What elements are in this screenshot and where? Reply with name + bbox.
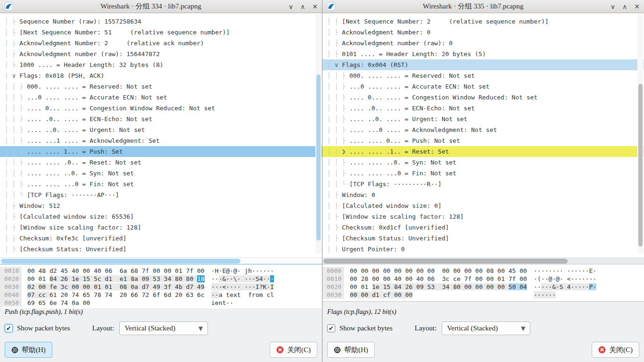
show-packet-bytes-label: Show packet bytes bbox=[339, 324, 392, 332]
minimize-icon[interactable]: ∨ bbox=[611, 3, 615, 10]
hex-row[interactable]: 005069 65 6e 74 0a 00ient·· bbox=[0, 299, 322, 307]
tree-row[interactable]: │ │ ├ .... ..0. .... = Urgent: Not set bbox=[0, 124, 322, 135]
tree-row[interactable]: │ ├ [Next Sequence Number: 2 (relative s… bbox=[322, 16, 644, 27]
close-circle-icon bbox=[598, 346, 606, 354]
hex-row[interactable]: 003000 00 d1 cf 00 00······ bbox=[322, 291, 644, 299]
tree-row[interactable]: │ │ ├ .... .... 1... = Push: Set bbox=[0, 146, 322, 157]
scrollbar-thumb[interactable] bbox=[316, 74, 321, 240]
tree-row[interactable]: │ ∨ Flags: 0x018 (PSH, ACK) bbox=[0, 70, 322, 81]
tree-row[interactable]: │ │ ├ 000. .... .... = Reserved: Not set bbox=[322, 70, 644, 81]
packet-detail-tree[interactable]: │ ├ Sequence Number (raw): 1557258634│ ├… bbox=[0, 13, 322, 257]
tree-row[interactable]: │ │ ├ .... .0.. .... = ECN-Echo: Not set bbox=[322, 103, 644, 114]
layout-select-value: Vertical (Stacked) bbox=[447, 324, 498, 332]
expander-closed-icon[interactable]: ❯ bbox=[342, 148, 349, 155]
close-button[interactable]: 关闭(C) bbox=[270, 342, 317, 358]
tree-row[interactable]: │ ├ [Checksum Status: Unverified] bbox=[0, 244, 322, 255]
tree-row[interactable]: │ │ ├ .... ...1 .... = Acknowledgment: S… bbox=[0, 135, 322, 146]
tree-row[interactable]: │ │ ├ .... ...0 .... = Acknowledgment: N… bbox=[322, 124, 644, 135]
tree-row[interactable]: │ ├ 1000 .... = Header Length: 32 bytes … bbox=[0, 59, 322, 70]
help-icon bbox=[11, 346, 18, 354]
close-circle-icon bbox=[276, 346, 284, 354]
titlebar[interactable]: Wireshark · 分组 335 · lib7.pcapng ∨ ∧ ✕ bbox=[322, 0, 644, 13]
expander-open-icon[interactable]: ∨ bbox=[335, 61, 342, 68]
tree-row[interactable]: │ │ ├ .... .... .0.. = Reset: Not set bbox=[0, 157, 322, 168]
tree-row[interactable]: │ │ ├ .... ..0. .... = Urgent: Not set bbox=[322, 114, 644, 124]
layout-select[interactable]: Vertical (Stacked) ▼ bbox=[442, 321, 530, 335]
show-packet-bytes-checkbox[interactable]: ✔ bbox=[5, 324, 13, 332]
tree-row[interactable]: │ ├ [Window size scaling factor: 128] bbox=[0, 222, 322, 233]
minimize-icon[interactable]: ∨ bbox=[289, 3, 293, 10]
layout-select[interactable]: Vertical (Stacked) ▼ bbox=[119, 321, 208, 335]
wireshark-logo-icon bbox=[4, 2, 13, 11]
show-packet-bytes-checkbox[interactable]: ✔ bbox=[327, 324, 335, 332]
wireshark-logo-icon bbox=[327, 2, 336, 11]
hex-row[interactable]: 002000 01 84 26 1e 15 5c d1 e1 8a 09 53 … bbox=[0, 275, 322, 283]
tree-row[interactable]: │ │ ├ .... .0.. .... = ECN-Echo: Not set bbox=[0, 114, 322, 124]
horizontal-scrollbar[interactable] bbox=[322, 257, 644, 264]
wireshark-packet-dialog-335: Wireshark · 分组 335 · lib7.pcapng ∨ ∧ ✕ │… bbox=[322, 0, 644, 362]
close-button[interactable]: 关闭(C) bbox=[592, 342, 639, 358]
tree-row[interactable]: │ ├ [Window size scaling factor: 128] bbox=[322, 211, 644, 222]
tree-row[interactable]: │ │ ├ ...0 .... .... = Accurate ECN: Not… bbox=[0, 92, 322, 103]
tree-row[interactable]: │ ├ [Next Sequence Number: 51 (relative … bbox=[0, 27, 322, 38]
tree-row[interactable]: │ ∨ Flags: 0x004 (RST) bbox=[322, 59, 644, 70]
field-status-text: Push (tcp.flags.push), 1 bit(s) bbox=[5, 308, 317, 316]
tree-row[interactable]: │ ├ Acknowledgment number (raw): 0 bbox=[322, 38, 644, 49]
tree-row[interactable]: │ ├ Acknowledgment Number: 0 bbox=[322, 27, 644, 38]
tree-row[interactable]: │ ├ Acknowledgment number (raw): 1564478… bbox=[0, 49, 322, 59]
tree-row[interactable]: │ ├ [Checksum Status: Unverified] bbox=[322, 233, 644, 244]
tree-row[interactable]: │ ├ 0101 .... = Header Length: 20 bytes … bbox=[322, 49, 644, 59]
hex-dump-pane[interactable]: 000000 00 00 00 00 00 00 00 00 00 00 00 … bbox=[322, 264, 644, 302]
scrollbar-thumb[interactable] bbox=[638, 84, 643, 247]
help-button[interactable]: 帮助(H) bbox=[327, 342, 375, 358]
hex-dump-pane[interactable]: 001000 48 d2 45 40 00 40 06 6a 68 7f 00 … bbox=[0, 264, 322, 310]
tree-row[interactable]: │ ├ Acknowledgment Number: 2 (relative a… bbox=[0, 38, 322, 49]
tree-row[interactable]: │ │ └ [TCP Flags: ·······AP···] bbox=[0, 189, 322, 200]
tree-row[interactable]: │ │ ├ .... .... ...0 = Fin: Not set bbox=[0, 179, 322, 189]
tree-row[interactable]: │ │ ├ .... 0... .... = Congestion Window… bbox=[0, 103, 322, 114]
tree-row[interactable]: │ ├ [Calculated window size: 0] bbox=[322, 200, 644, 211]
layout-label: Layout: bbox=[414, 324, 437, 332]
hex-row[interactable]: 001000 28 00 00 40 00 40 06 3c ce 7f 00 … bbox=[322, 275, 644, 283]
close-button-label: 关闭(C) bbox=[287, 346, 311, 354]
titlebar[interactable]: Wireshark · 分组 334 · lib7.pcapng ∨ ∧ ✕ bbox=[0, 0, 322, 13]
tree-row[interactable]: │ │ ├ ...0 .... .... = Accurate ECN: Not… bbox=[322, 81, 644, 92]
hex-row[interactable]: 002000 01 1e 15 84 26 09 53 34 80 00 00 … bbox=[322, 283, 644, 291]
packet-detail-tree[interactable]: │ ├ [Next Sequence Number: 2 (relative s… bbox=[322, 13, 644, 257]
tree-row[interactable]: │ ├ Sequence Number (raw): 1557258634 bbox=[0, 16, 322, 27]
dialog-footer: Flags (tcp.flags), 12 bit(s) ✔ Show pack… bbox=[322, 308, 644, 362]
tree-row[interactable]: │ │ ├ .... .... ...0 = Fin: Not set bbox=[322, 168, 644, 179]
help-button-label: 帮助(H) bbox=[344, 346, 368, 354]
help-icon bbox=[334, 346, 341, 354]
tree-row[interactable]: │ │ ├ .... .... ..0. = Syn: Not set bbox=[322, 157, 644, 168]
close-icon[interactable]: ✕ bbox=[634, 3, 640, 10]
horizontal-scrollbar[interactable] bbox=[0, 257, 322, 264]
tree-row[interactable]: │ │ ❯ .... .... .1.. = Reset: Set bbox=[322, 146, 644, 157]
tree-row[interactable]: │ ├ Urgent Pointer: 0 bbox=[322, 244, 644, 255]
tree-row[interactable]: │ ├ [Calculated window size: 65536] bbox=[0, 211, 322, 222]
hex-row[interactable]: 003002 00 fe 3c 00 00 01 01 08 0a d7 49 … bbox=[0, 283, 322, 291]
tree-row[interactable]: │ │ ├ 000. .... .... = Reserved: Not set bbox=[0, 81, 322, 92]
tree-row[interactable]: │ │ ├ .... .... 0... = Push: Not set bbox=[322, 135, 644, 146]
maximize-icon[interactable]: ∧ bbox=[300, 3, 305, 10]
tree-row[interactable]: │ │ └ [TCP Flags: ·········R··] bbox=[322, 179, 644, 189]
scrollbar-thumb[interactable] bbox=[323, 259, 568, 263]
close-button-label: 关闭(C) bbox=[609, 346, 633, 354]
vertical-scrollbar[interactable] bbox=[315, 14, 322, 254]
hex-row[interactable]: 001000 48 d2 45 40 00 40 06 6a 68 7f 00 … bbox=[0, 267, 322, 275]
expander-open-icon[interactable]: ∨ bbox=[12, 72, 20, 79]
vertical-scrollbar[interactable] bbox=[637, 14, 644, 254]
tree-row[interactable]: │ ├ Window: 512 bbox=[0, 200, 322, 211]
tree-row[interactable]: │ ├ Checksum: 0xd1cf [unverified] bbox=[322, 222, 644, 233]
maximize-icon[interactable]: ∧ bbox=[622, 3, 627, 10]
tree-row[interactable]: │ │ ├ .... .... ..0. = Syn: Not set bbox=[0, 168, 322, 179]
hex-row[interactable]: 000000 00 00 00 00 00 00 00 00 00 00 00 … bbox=[322, 267, 644, 275]
scrollbar-thumb[interactable] bbox=[1, 259, 240, 263]
hex-row[interactable]: 004007 cc 61 20 74 65 78 74 20 66 72 6f … bbox=[0, 291, 322, 299]
tree-row[interactable]: │ ├ Checksum: 0xfe3c [unverified] bbox=[0, 233, 322, 244]
help-button[interactable]: 帮助(H) bbox=[5, 342, 52, 358]
tree-row[interactable]: │ │ ├ .... 0... .... = Congestion Window… bbox=[322, 92, 644, 103]
close-icon[interactable]: ✕ bbox=[312, 3, 318, 10]
tree-row[interactable]: │ ├ Window: 0 bbox=[322, 189, 644, 200]
layout-label: Layout: bbox=[92, 324, 114, 332]
